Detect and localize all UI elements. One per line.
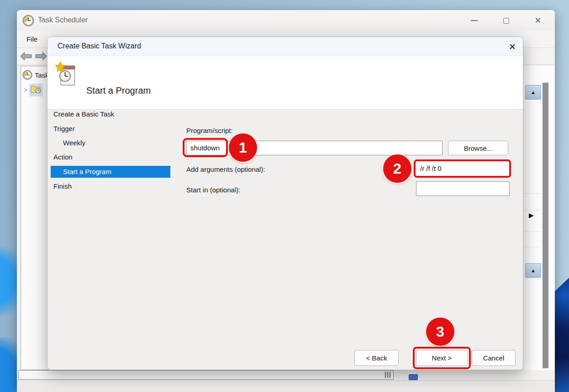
- next-button[interactable]: Next >: [416, 350, 468, 366]
- scroll-up-icon: ▲: [531, 268, 536, 273]
- pane-divider: [523, 193, 542, 194]
- close-icon: ✕: [509, 42, 516, 52]
- annotation-red-box-1: [183, 138, 228, 157]
- chevron-right-icon[interactable]: >: [24, 86, 27, 94]
- annotation-step-circle-3: 3: [426, 318, 454, 346]
- pane-divider: [523, 210, 542, 211]
- close-icon: ✕: [534, 16, 541, 25]
- start-in-label: Start in (optional):: [186, 186, 240, 194]
- wizard-step-create-basic-task: Create a Basic Task: [51, 108, 170, 120]
- tree-root-node[interactable]: Task: [22, 70, 49, 80]
- nav-back-button[interactable]: [20, 51, 33, 62]
- wizard-step-weekly: Weekly: [51, 137, 170, 149]
- cancel-button[interactable]: Cancel: [472, 350, 516, 366]
- back-button[interactable]: < Back: [354, 350, 399, 366]
- minimize-icon: [471, 20, 478, 21]
- maximize-icon: [503, 18, 509, 24]
- menu-item-file[interactable]: File: [24, 34, 40, 44]
- vertical-scrollbar[interactable]: [543, 83, 548, 368]
- wizard-step-start-a-program: Start a Program: [51, 166, 170, 178]
- start-in-input[interactable]: [416, 181, 510, 196]
- tree-clock-icon: [22, 70, 32, 80]
- nav-forward-button[interactable]: [35, 51, 48, 62]
- expand-right-icon[interactable]: ▶: [529, 212, 534, 219]
- scroll-up-icon: ▲: [531, 90, 536, 95]
- scroll-up-button[interactable]: ▲: [525, 263, 541, 278]
- dialog-close-button[interactable]: ✕: [504, 39, 521, 54]
- wizard-page-title: Start a Program: [86, 85, 151, 96]
- window-title: Task Scheduler: [38, 16, 88, 24]
- task-item-icon: [409, 374, 418, 380]
- results-pane-fragment: [17, 380, 555, 392]
- annotation-red-box-3: Next >: [413, 347, 471, 369]
- maximize-button[interactable]: [497, 14, 515, 27]
- minimize-button[interactable]: [465, 14, 483, 27]
- task-folder-node[interactable]: [29, 84, 43, 96]
- wizard-page-header: Start a Program: [47, 56, 523, 109]
- close-button[interactable]: ✕: [529, 14, 547, 27]
- add-arguments-input[interactable]: /r /f /t 0: [414, 159, 511, 178]
- dialog-title: Create Basic Task Wizard: [58, 42, 141, 50]
- task-scheduler-clock-icon: [22, 15, 34, 26]
- pane-divider: [523, 231, 542, 232]
- actions-pane-fragment: ▲ ▲ ▶: [523, 65, 555, 370]
- back-arrow-icon: [20, 51, 32, 61]
- wizard-step-trigger: Trigger: [51, 123, 170, 135]
- dialog-titlebar[interactable]: Create Basic Task Wizard ✕: [47, 37, 523, 56]
- annotation-step-circle-2: 2: [383, 154, 411, 183]
- tree-child-node: >: [24, 84, 43, 96]
- create-basic-task-wizard-dialog: Create Basic Task Wizard ✕ Start a Progr…: [47, 37, 523, 370]
- browse-button[interactable]: Browse...: [448, 141, 508, 155]
- horizontal-scrollbar[interactable]: [18, 370, 394, 380]
- program-script-label: Program/script:: [186, 127, 233, 134]
- console-tree-panel: Task >: [21, 66, 49, 370]
- window-titlebar[interactable]: Task Scheduler ✕: [17, 10, 555, 31]
- start-program-task-icon: [55, 62, 79, 87]
- add-arguments-label: Add arguments (optional):: [186, 165, 265, 173]
- wizard-step-action: Action: [51, 151, 170, 163]
- wizard-step-finish: Finish: [51, 180, 170, 192]
- scrollbar-gripper[interactable]: [385, 372, 391, 378]
- folder-clock-icon: [30, 84, 42, 94]
- annotation-step-circle-1: 1: [229, 133, 257, 162]
- pane-divider: [523, 247, 542, 247]
- scroll-up-button[interactable]: ▲: [525, 85, 541, 100]
- forward-arrow-icon: [35, 51, 47, 61]
